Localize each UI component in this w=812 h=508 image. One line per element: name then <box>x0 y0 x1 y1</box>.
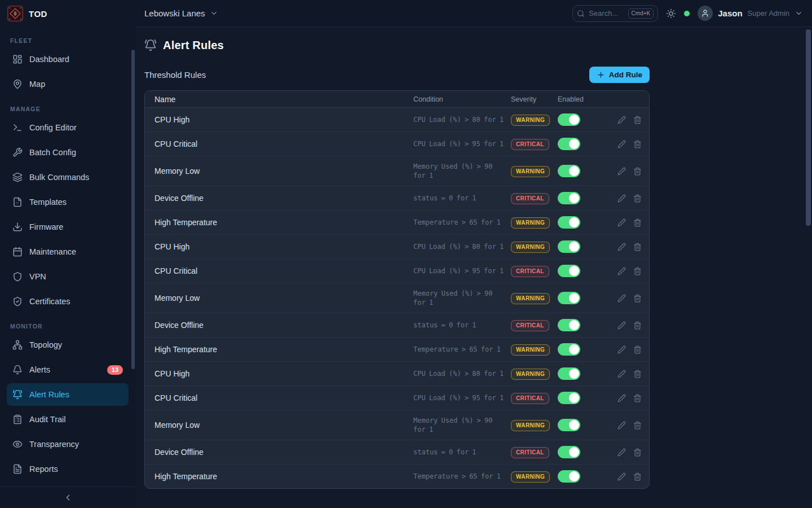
edit-rule-button[interactable] <box>617 394 626 402</box>
rule-name: CPU High <box>145 115 413 124</box>
rule-condition: Memory Used (%) > 90 for 1 <box>413 416 505 434</box>
enabled-toggle[interactable] <box>558 319 580 331</box>
calendar-icon <box>12 247 23 257</box>
main-scrollbar[interactable] <box>806 29 811 226</box>
toggle-knob <box>569 266 579 276</box>
delete-rule-button[interactable] <box>633 140 642 148</box>
enabled-toggle[interactable] <box>558 367 580 380</box>
sidebar-item-map[interactable]: Map <box>7 73 129 95</box>
edit-rule-button[interactable] <box>617 116 626 124</box>
rule-name: High Temperature <box>145 472 413 481</box>
enabled-toggle[interactable] <box>558 113 580 126</box>
delete-rule-button[interactable] <box>633 321 642 330</box>
sidebar-item-alerts[interactable]: Alerts13 <box>7 358 129 381</box>
shield-check-icon <box>12 296 23 306</box>
file-text-icon <box>12 464 23 474</box>
edit-rule-button[interactable] <box>617 167 626 176</box>
enabled-toggle[interactable] <box>558 419 580 431</box>
rule-name: CPU High <box>145 242 413 251</box>
sidebar-item-reports[interactable]: Reports <box>7 458 129 480</box>
column-header-name: Name <box>145 95 413 104</box>
severity-badge: CRITICAL <box>511 139 549 150</box>
sidebar-item-audit-trail[interactable]: Audit Trail <box>7 408 129 431</box>
edit-rule-button[interactable] <box>617 421 626 430</box>
sidebar-item-firmware[interactable]: Firmware <box>7 216 129 238</box>
org-name: Lebowski Lanes <box>144 8 205 18</box>
rule-condition: Temperature > 65 for 1 <box>413 218 505 227</box>
delete-rule-button[interactable] <box>633 472 642 481</box>
edit-rule-button[interactable] <box>617 345 626 354</box>
enabled-toggle[interactable] <box>558 216 580 229</box>
delete-rule-button[interactable] <box>633 167 642 176</box>
edit-rule-button[interactable] <box>617 370 626 378</box>
delete-rule-button[interactable] <box>633 421 642 430</box>
sidebar-item-topology[interactable]: Topology <box>7 334 129 356</box>
edit-rule-button[interactable] <box>617 448 626 457</box>
edit-rule-button[interactable] <box>617 140 626 148</box>
delete-rule-button[interactable] <box>633 294 642 303</box>
toggle-knob <box>569 420 579 430</box>
enabled-toggle[interactable] <box>558 240 580 253</box>
enabled-toggle[interactable] <box>558 446 580 458</box>
delete-rule-button[interactable] <box>633 448 642 457</box>
toggle-knob <box>569 242 579 252</box>
sidebar-scrollbar[interactable] <box>131 50 135 369</box>
logo-row: TOD <box>0 0 135 27</box>
table-row: Memory LowMemory Used (%) > 90 for 1WARN… <box>145 156 649 186</box>
sidebar-collapse-button[interactable] <box>0 487 135 508</box>
delete-rule-button[interactable] <box>633 394 642 402</box>
rule-name: Memory Low <box>145 421 413 430</box>
sidebar-item-batch-config[interactable]: Batch Config <box>7 141 129 164</box>
delete-rule-button[interactable] <box>633 243 642 251</box>
delete-rule-button[interactable] <box>633 370 642 378</box>
add-rule-button[interactable]: Add Rule <box>589 67 650 83</box>
delete-rule-button[interactable] <box>633 116 642 124</box>
org-switcher[interactable]: Lebowski Lanes <box>144 8 218 18</box>
sidebar-item-certificates[interactable]: Certificates <box>7 290 129 313</box>
theme-toggle-sun-icon[interactable] <box>666 8 676 19</box>
column-header-severity: Severity <box>511 95 558 103</box>
rule-condition: Memory Used (%) > 90 for 1 <box>413 162 505 180</box>
bell-icon <box>12 365 23 375</box>
sidebar-item-maintenance[interactable]: Maintenance <box>7 240 129 263</box>
enabled-toggle[interactable] <box>558 192 580 204</box>
sidebar-item-templates[interactable]: Templates <box>7 191 129 213</box>
delete-rule-button[interactable] <box>633 194 642 203</box>
sidebar-item-config-editor[interactable]: Config Editor <box>7 116 129 139</box>
enabled-toggle[interactable] <box>558 292 580 304</box>
search-input[interactable]: Search... Cmd+K <box>572 5 658 22</box>
edit-rule-button[interactable] <box>617 321 626 330</box>
sidebar: TOD FLEETDashboardMapMANAGEConfig Editor… <box>0 0 135 508</box>
toggle-knob <box>569 393 579 403</box>
enabled-toggle[interactable] <box>558 392 580 404</box>
enabled-toggle[interactable] <box>558 265 580 277</box>
edit-rule-button[interactable] <box>617 243 626 251</box>
edit-rule-button[interactable] <box>617 194 626 203</box>
sidebar-item-transparency[interactable]: Transparency <box>7 433 129 456</box>
sidebar-item-label: Certificates <box>29 297 70 306</box>
sidebar-nav: FLEETDashboardMapMANAGEConfig EditorBatc… <box>0 27 135 487</box>
enabled-toggle[interactable] <box>558 470 580 483</box>
user-menu[interactable]: Jason Super Admin <box>698 6 803 21</box>
sidebar-item-alert-rules[interactable]: Alert Rules <box>7 383 129 406</box>
enabled-toggle[interactable] <box>558 165 580 177</box>
layers-icon <box>12 172 23 182</box>
delete-rule-button[interactable] <box>633 267 642 275</box>
table-row: High TemperatureTemperature > 65 for 1WA… <box>145 210 649 234</box>
severity-badge: WARNING <box>511 166 550 177</box>
edit-rule-button[interactable] <box>617 218 626 227</box>
edit-rule-button[interactable] <box>617 267 626 275</box>
enabled-toggle[interactable] <box>558 343 580 356</box>
edit-rule-button[interactable] <box>617 294 626 303</box>
rule-name: Device Offline <box>145 321 413 330</box>
edit-rule-button[interactable] <box>617 472 626 481</box>
sidebar-item-vpn[interactable]: VPN <box>7 265 129 288</box>
search-placeholder: Search... <box>589 9 624 17</box>
enabled-toggle[interactable] <box>558 138 580 150</box>
table-row: Device Offlinestatus = 0 for 1CRITICAL <box>145 186 649 210</box>
delete-rule-button[interactable] <box>633 345 642 354</box>
toggle-knob <box>569 293 579 303</box>
delete-rule-button[interactable] <box>633 218 642 227</box>
sidebar-item-bulk-commands[interactable]: Bulk Commands <box>7 166 129 189</box>
sidebar-item-dashboard[interactable]: Dashboard <box>7 48 129 71</box>
